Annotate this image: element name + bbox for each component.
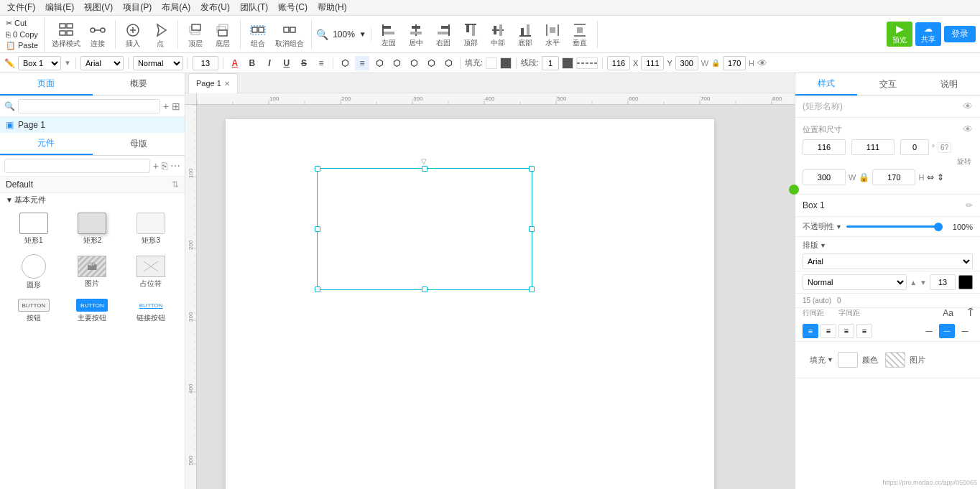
- add-page-icon[interactable]: +: [163, 101, 169, 112]
- align-center-button[interactable]: 居中: [403, 21, 429, 48]
- component-search-input[interactable]: [4, 159, 150, 173]
- tab-pages[interactable]: 页面: [0, 73, 93, 96]
- component-item-placeholder[interactable]: 占位符: [123, 251, 179, 293]
- font-family-select[interactable]: Arial: [80, 56, 124, 70]
- text-left-button[interactable]: ≡: [803, 324, 818, 338]
- align-bottom-button[interactable]: 底部: [512, 21, 538, 48]
- login-button[interactable]: 登录: [944, 26, 976, 42]
- right-rotation-input[interactable]: [900, 139, 929, 155]
- italic-button[interactable]: I: [262, 56, 277, 70]
- zoom-value[interactable]: 100%: [330, 28, 358, 41]
- font-size-input[interactable]: [193, 56, 218, 70]
- menu-file[interactable]: 文件(F): [3, 1, 40, 14]
- fill-dropdown-icon[interactable]: ▼: [827, 356, 833, 363]
- right-font-color[interactable]: [958, 275, 973, 289]
- stroke-style[interactable]: [576, 57, 598, 69]
- fill-color-solid[interactable]: [500, 57, 512, 69]
- share-button[interactable]: ☁ 共享: [915, 22, 941, 46]
- top-layer-button[interactable]: 顶层: [182, 20, 208, 49]
- dist-v-button[interactable]: 垂直: [567, 21, 593, 48]
- text-color-btn1[interactable]: —: [921, 324, 937, 338]
- x-input[interactable]: [607, 56, 630, 70]
- component-item-rect2[interactable]: 矩形2: [65, 210, 121, 248]
- opacity-slider[interactable]: [846, 225, 943, 228]
- rotate-handle[interactable]: [421, 157, 428, 164]
- selected-element-box[interactable]: [317, 168, 532, 290]
- menu-view[interactable]: 视图(V): [80, 1, 117, 14]
- right-y-input[interactable]: [851, 139, 895, 155]
- paste-button[interactable]: 📋 Paste: [4, 40, 40, 51]
- page-item[interactable]: ▣ Page 1: [0, 117, 185, 133]
- component-item-link-button[interactable]: BUTTON 链接按钮: [123, 296, 179, 326]
- text-align-right-button[interactable]: ⬡: [372, 56, 387, 70]
- menu-edit[interactable]: 编辑(E): [41, 1, 78, 14]
- menu-layout[interactable]: 布局(A): [157, 1, 195, 14]
- group-button[interactable]: 组合: [245, 20, 271, 49]
- edit-name-icon[interactable]: ✏: [966, 200, 973, 210]
- more-component-icon[interactable]: ⋯: [170, 160, 180, 172]
- stroke-color[interactable]: [562, 57, 573, 69]
- resize-handle-tm[interactable]: [422, 166, 427, 172]
- opacity-dropdown-icon[interactable]: ▼: [836, 223, 842, 230]
- dist-h-button[interactable]: 水平: [540, 21, 565, 48]
- component-item-primary-button[interactable]: BUTTON 主要按钮: [65, 296, 121, 326]
- component-item-rect3[interactable]: 矩形3: [123, 210, 179, 248]
- right-font-style-down-icon[interactable]: ▼: [920, 279, 927, 287]
- text-direction-button[interactable]: ⬡: [407, 56, 421, 70]
- component-item-button[interactable]: BUTTON 按钮: [6, 296, 62, 326]
- preview-button[interactable]: ▶ 预览: [887, 22, 912, 47]
- text-align-justify-button[interactable]: ⬡: [389, 56, 404, 70]
- fill-pattern-button[interactable]: [885, 352, 905, 368]
- tab-interaction[interactable]: 交互: [857, 73, 919, 96]
- text-color-btn3[interactable]: —: [957, 324, 973, 338]
- w-input[interactable]: [675, 56, 698, 70]
- list-button[interactable]: ≡: [314, 56, 328, 70]
- insert-button[interactable]: 插入: [120, 20, 146, 49]
- strikethrough-button[interactable]: S: [297, 56, 311, 70]
- close-tab-icon[interactable]: ✕: [224, 80, 230, 88]
- fill-color-empty[interactable]: [486, 57, 497, 69]
- resize-mode2-icon[interactable]: ⇕: [937, 172, 944, 182]
- text-align-left-button[interactable]: ⬡: [338, 56, 352, 70]
- y-input[interactable]: [641, 56, 664, 70]
- menu-account[interactable]: 账号(C): [274, 1, 312, 14]
- menu-project[interactable]: 项目(P): [119, 1, 156, 14]
- fill-color-button[interactable]: [838, 352, 858, 368]
- canvas-content[interactable]: [197, 105, 795, 489]
- text-direction2-button[interactable]: ⬡: [424, 56, 438, 70]
- menu-help[interactable]: 帮助(H): [313, 1, 351, 14]
- right-x-input[interactable]: [803, 139, 846, 155]
- right-font-family-select[interactable]: Arial: [803, 253, 973, 269]
- visibility-icon2[interactable]: 👁: [963, 124, 973, 135]
- component-item-circle[interactable]: 圆形: [6, 251, 62, 293]
- font-style-select[interactable]: Normal: [133, 56, 183, 70]
- component-item-image[interactable]: 图片: [65, 251, 121, 293]
- connect-button[interactable]: 连接: [85, 20, 111, 49]
- right-w-input[interactable]: [803, 169, 846, 185]
- align-left-button[interactable]: 左固: [376, 21, 402, 48]
- underline-button[interactable]: U: [279, 56, 294, 70]
- text-right-button[interactable]: ≡: [838, 324, 854, 338]
- bold-button[interactable]: B: [245, 56, 259, 70]
- resize-handle-ml[interactable]: [315, 226, 320, 232]
- element-name-select[interactable]: Box 1: [18, 56, 61, 70]
- resize-mode-icon[interactable]: ⇔: [927, 172, 934, 182]
- right-h-input[interactable]: [872, 169, 915, 185]
- resize-handle-bl[interactable]: [315, 287, 320, 292]
- align-top-button[interactable]: 顶部: [458, 21, 484, 48]
- resize-handle-tr[interactable]: [529, 166, 535, 172]
- right-font-style-up-icon[interactable]: ▲: [910, 279, 917, 287]
- point-button[interactable]: 点: [147, 20, 173, 49]
- resize-handle-mr[interactable]: [529, 226, 535, 232]
- tab-style[interactable]: 样式: [795, 73, 857, 96]
- lock-ratio-icon[interactable]: 🔒: [859, 172, 869, 182]
- typography-dropdown-icon[interactable]: ▼: [820, 242, 826, 249]
- ungroup-button[interactable]: 取消组合: [272, 20, 307, 49]
- copy-component-icon[interactable]: ⎘: [162, 160, 167, 172]
- bottom-layer-button[interactable]: 底层: [210, 20, 236, 49]
- text-justify-button[interactable]: ≡: [856, 324, 872, 338]
- tab-masters[interactable]: 母版: [93, 133, 185, 155]
- text-center-button[interactable]: ≡: [820, 324, 836, 338]
- basic-components-dropdown[interactable]: ▼ 基本元件: [0, 193, 185, 207]
- menu-team[interactable]: 团队(T): [236, 1, 272, 14]
